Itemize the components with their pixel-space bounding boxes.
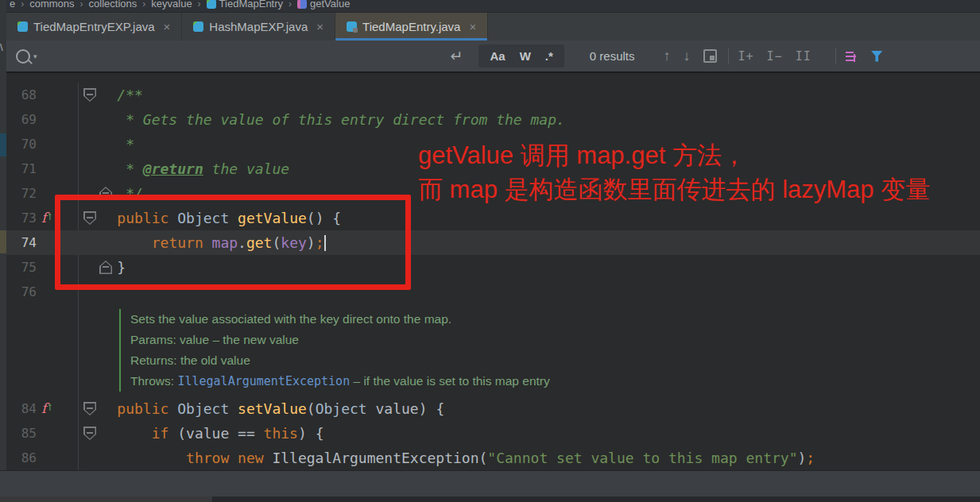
toggle-match-case[interactable]: Aa [490, 49, 505, 63]
select-all-occurrences-icon[interactable]: II [796, 49, 812, 64]
breadcrumb-label: keyvalue [151, 0, 192, 10]
tab-close-icon[interactable]: × [316, 20, 323, 33]
line-number: 72 [11, 181, 37, 206]
code-token: throw [186, 450, 229, 466]
editor-tab-bar: TiedMapEntryEXP.java×HashMapEXP.java×Tie… [6, 12, 980, 41]
line-number: 75 [11, 255, 37, 280]
javadoc-text: Returns: the old value [130, 353, 250, 367]
divider [835, 48, 836, 64]
code-token: IllegalArgumentException( [264, 450, 488, 466]
overriding-method-icon[interactable]: f↑ [41, 400, 54, 417]
code-token: @return [143, 160, 203, 177]
tab-label: HashMapEXP.java [209, 20, 308, 33]
javadoc-text: – if the value is set to this map entry [350, 374, 550, 388]
code-token: the value [203, 160, 289, 177]
code-token [229, 450, 238, 466]
status-strip-segment [0, 496, 212, 502]
tab-close-icon[interactable]: × [164, 20, 171, 33]
search-bar: ▾ ↵ AaW.* 0 results ↑ ↓ I+I−II [6, 41, 980, 73]
tab-TiedMapEntryEXP.java[interactable]: TiedMapEntryEXP.java× [6, 13, 182, 41]
javadoc-text: Throws: [130, 374, 177, 388]
ide-window: \ e›commons›collections›keyvalue›TiedMap… [0, 0, 980, 502]
toggle-words[interactable]: W [520, 49, 531, 63]
breadcrumb-label: commons [29, 0, 74, 10]
code-text: /** [83, 83, 143, 107]
code-token: * [83, 160, 143, 177]
enter-icon[interactable]: ↵ [451, 47, 463, 65]
breadcrumb-item-getValue[interactable]: getValue [297, 0, 350, 10]
code-line-68[interactable]: 68 /** [6, 83, 980, 107]
code-token: if [152, 425, 169, 442]
code-text: * [83, 132, 134, 156]
search-input[interactable] [37, 41, 451, 71]
next-occurrence-icon[interactable]: ↓ [684, 48, 691, 64]
code-token: this [264, 425, 298, 442]
breadcrumb-label: TiedMapEntry [219, 0, 283, 10]
javadoc-line: Params: value – the new value [130, 330, 550, 350]
code-text: throw new IllegalArgumentException("Cann… [83, 446, 815, 470]
line-number: 69 [11, 107, 37, 132]
javadoc-text: Sets the value associated with the key d… [130, 312, 451, 326]
search-icon[interactable] [16, 49, 30, 64]
breadcrumb-item-TiedMapEntry[interactable]: TiedMapEntry [207, 0, 283, 10]
code-line-84[interactable]: 84f↑ public Object setValue(Object value… [6, 396, 980, 421]
filter-funnel-icon[interactable] [871, 51, 883, 62]
line-number: 71 [11, 156, 37, 181]
breadcrumb-item-e[interactable]: e [10, 0, 15, 10]
breadcrumb-item-keyvalue[interactable]: keyvalue [151, 0, 192, 10]
line-number: 76 [11, 280, 37, 304]
annotation-line: 而 map 是构造函数里面传进去的 lazyMap 变量 [418, 172, 930, 207]
javadoc-line: Throws: IllegalArgumentException – if th… [130, 371, 550, 392]
code-line-85[interactable]: 85 if (value == this) { [6, 421, 980, 446]
scroll-mark-blue [0, 133, 6, 156]
javadoc-line: Returns: the old value [130, 350, 550, 371]
search-toggle-group: AaW.* [478, 44, 564, 68]
line-number: 68 [11, 83, 37, 107]
code-token: setValue [238, 400, 307, 417]
code-token: * Gets the value of this entry direct fr… [83, 111, 565, 128]
line-number: 70 [11, 132, 37, 156]
scroll-mark-olive [0, 230, 6, 253]
code-token: "Cannot set value to this map entry" [487, 450, 797, 466]
annotation-line: getValue 调用 map.get 方法， [418, 138, 930, 172]
code-line-69[interactable]: 69 * Gets the value of this entry direct… [6, 107, 980, 132]
tab-TiedMapEntry.java[interactable]: TiedMapEntry.java× [335, 13, 488, 41]
exception-link[interactable]: IllegalArgumentException [177, 374, 350, 388]
status-strip [0, 496, 980, 502]
toggle-regex[interactable]: .* [545, 49, 553, 63]
add-selection-icon[interactable]: I+ [738, 49, 754, 64]
filter-lines-icon[interactable] [846, 51, 857, 62]
code-token [83, 400, 117, 417]
adjacent-panel-edge: \ [0, 0, 6, 470]
code-token: public [117, 400, 168, 417]
code-token: value) { [367, 400, 445, 417]
tab-label: TiedMapEntry.java [362, 20, 460, 33]
breadcrumb-item-commons[interactable]: commons [29, 0, 74, 10]
open-in-find-window-icon[interactable] [703, 49, 717, 63]
code-token [229, 400, 238, 417]
breadcrumb-label: e [10, 0, 15, 10]
code-token: Object [316, 400, 367, 417]
remove-selection-icon[interactable]: I− [767, 49, 783, 64]
breadcrumb: e›commons›collections›keyvalue›TiedMapEn… [6, 0, 980, 12]
code-line-86[interactable]: 86 throw new IllegalArgumentException("C… [6, 446, 980, 470]
breadcrumb-label: collections [89, 0, 138, 10]
line-number: 86 [11, 446, 37, 470]
overriding-method-icon[interactable]: f↑ [41, 209, 54, 226]
code-text: if (value == this) { [83, 421, 323, 446]
code-token: new [238, 450, 264, 466]
javadoc-line: Sets the value associated with the key d… [130, 309, 550, 330]
line-number: 73 [11, 206, 37, 230]
code-text: * @return the value [83, 156, 289, 181]
breadcrumb-separator: › [198, 0, 201, 10]
breadcrumb-item-collections[interactable]: collections [89, 0, 138, 10]
tab-HashMapEXP.java[interactable]: HashMapEXP.java× [182, 13, 335, 41]
bottom-panel [0, 470, 980, 496]
code-token: /** [83, 87, 143, 103]
code-token: * [83, 136, 134, 153]
java-class-readonly-icon [347, 21, 357, 32]
tab-close-icon[interactable]: × [469, 20, 476, 33]
code-token: Object [177, 400, 229, 417]
code-token [83, 425, 152, 442]
previous-occurrence-icon[interactable]: ↑ [664, 48, 671, 64]
